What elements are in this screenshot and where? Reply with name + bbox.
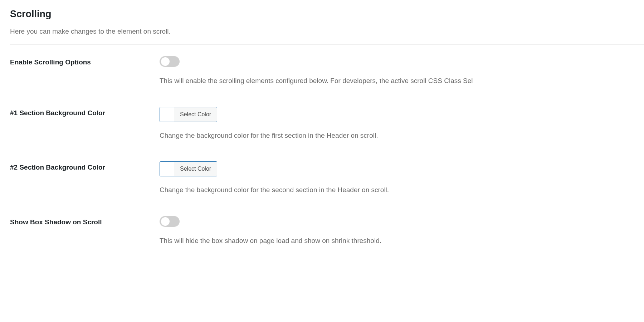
color-picker-label: Select Color: [174, 162, 217, 176]
color-swatch: [160, 162, 174, 176]
field-control: This will hide the box shadow on page lo…: [160, 216, 644, 246]
toggle-knob: [161, 217, 170, 226]
field-help-box-shadow: This will hide the box shadow on page lo…: [160, 236, 644, 246]
field-control: This will enable the scrolling elements …: [160, 56, 644, 86]
section-header: Scrolling Here you can make changes to t…: [10, 9, 644, 45]
toggle-box-shadow[interactable]: [160, 216, 180, 227]
field-help-enable-scrolling: This will enable the scrolling elements …: [160, 76, 644, 86]
field-control: Select Color Change the background color…: [160, 161, 644, 195]
section-subtitle: Here you can make changes to the element…: [10, 28, 644, 35]
field-help-section1-bg: Change the background color for the firs…: [160, 131, 644, 141]
field-label-box-shadow: Show Box Shadow on Scroll: [10, 216, 160, 226]
toggle-knob: [161, 57, 170, 66]
field-control: Select Color Change the background color…: [160, 107, 644, 141]
color-swatch: [160, 107, 174, 122]
color-picker-section2[interactable]: Select Color: [160, 161, 217, 176]
field-section1-bg: #1 Section Background Color Select Color…: [10, 107, 644, 141]
section-title: Scrolling: [10, 9, 644, 20]
field-enable-scrolling: Enable Scrolling Options This will enabl…: [10, 56, 644, 86]
toggle-enable-scrolling[interactable]: [160, 56, 180, 67]
field-help-section2-bg: Change the background color for the seco…: [160, 185, 644, 195]
color-picker-label: Select Color: [174, 107, 217, 122]
field-box-shadow: Show Box Shadow on Scroll This will hide…: [10, 216, 644, 246]
field-label-section2-bg: #2 Section Background Color: [10, 161, 160, 171]
field-label-section1-bg: #1 Section Background Color: [10, 107, 160, 117]
field-section2-bg: #2 Section Background Color Select Color…: [10, 161, 644, 195]
color-picker-section1[interactable]: Select Color: [160, 107, 217, 122]
field-label-enable-scrolling: Enable Scrolling Options: [10, 56, 160, 66]
